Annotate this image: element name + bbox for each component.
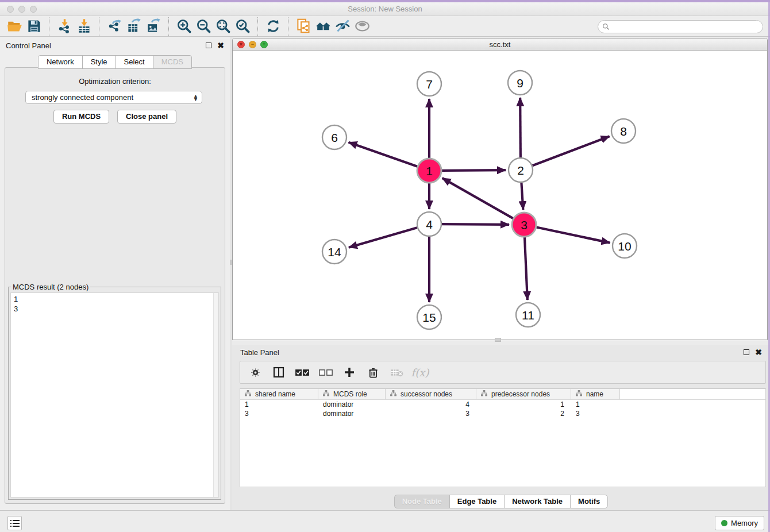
edge-1-6[interactable] <box>349 142 418 167</box>
edge-3-10[interactable] <box>537 228 610 243</box>
deselect-all-icon[interactable] <box>319 365 333 379</box>
mcds-result-list[interactable]: 13 <box>10 292 219 498</box>
network-minimize-icon[interactable]: − <box>249 41 256 48</box>
show-all-icon[interactable] <box>352 17 372 36</box>
result-scrollbar[interactable] <box>213 293 218 497</box>
delete-table-icon[interactable] <box>390 365 403 379</box>
close-panel-icon[interactable]: ✖ <box>217 43 224 48</box>
add-icon[interactable] <box>342 365 356 379</box>
graph-node-label: 11 <box>522 309 534 322</box>
table-tab-network-table[interactable]: Network Table <box>504 495 571 508</box>
control-tab-select[interactable]: Select <box>116 55 153 69</box>
task-history-button[interactable] <box>7 516 22 530</box>
table-cell[interactable]: 1 <box>476 400 571 409</box>
status-bar: Memory <box>0 510 770 532</box>
network-canvas[interactable]: 7968124314101511 <box>233 51 767 340</box>
export-image-icon[interactable] <box>144 17 163 36</box>
network-close-icon[interactable]: × <box>237 41 245 48</box>
float-table-panel-icon[interactable] <box>744 349 749 355</box>
list-icon <box>10 519 20 527</box>
main-toolbar <box>0 16 770 37</box>
zoom-selected-icon[interactable] <box>233 17 252 36</box>
import-network-icon[interactable] <box>55 17 74 36</box>
table-cell[interactable]: 3 <box>240 409 318 418</box>
network-graph[interactable]: 7968124314101511 <box>233 51 767 340</box>
float-panel-icon[interactable] <box>206 43 211 48</box>
table-row[interactable]: 1dominator411 <box>240 400 765 409</box>
graph-node-label: 9 <box>517 76 523 90</box>
column-header-successor-nodes[interactable]: successor nodes <box>386 389 476 399</box>
table-cell[interactable]: 1 <box>571 400 620 409</box>
close-panel-button[interactable]: Close panel <box>117 110 176 124</box>
hide-selected-icon[interactable] <box>333 17 352 36</box>
table-cell[interactable]: dominator <box>318 409 386 418</box>
function-builder-icon[interactable]: f(x) <box>413 365 427 379</box>
attribute-icon <box>245 390 251 398</box>
optimization-criterion-label: Optimization criterion: <box>0 77 230 86</box>
open-session-icon[interactable] <box>5 17 24 36</box>
network-view-window: × − + scc.txt 7968124314101511 <box>232 38 768 340</box>
first-neighbors-icon[interactable] <box>313 17 333 36</box>
column-header-predecessor-nodes[interactable]: predecessor nodes <box>476 389 571 399</box>
optimization-criterion-select[interactable]: strongly connected component ▲▼ <box>25 91 202 104</box>
close-table-panel-icon[interactable]: ✖ <box>755 349 762 355</box>
column-header-shared-name[interactable]: shared name <box>240 389 318 399</box>
table-cell[interactable]: 3 <box>386 409 476 418</box>
table-row[interactable]: 3dominator323 <box>240 409 765 418</box>
table-cell[interactable]: 3 <box>571 409 620 418</box>
edge-4-14[interactable] <box>349 228 417 248</box>
select-stepper-icon: ▲▼ <box>193 94 198 101</box>
table-panel: Table Panel ✖ <box>232 345 770 510</box>
minimize-window-icon[interactable] <box>18 6 25 13</box>
search-box[interactable] <box>598 20 763 33</box>
table-tab-edge-table[interactable]: Edge Table <box>449 495 505 508</box>
edge-3-11[interactable] <box>525 237 528 300</box>
control-panel-title: Control Panel <box>6 41 51 50</box>
network-window-titlebar[interactable]: × − + scc.txt <box>233 38 767 51</box>
control-tab-style[interactable]: Style <box>82 55 116 69</box>
save-session-icon[interactable] <box>24 17 44 36</box>
table-cell[interactable]: 2 <box>476 409 571 418</box>
select-all-icon[interactable] <box>295 365 309 379</box>
import-table-icon[interactable] <box>74 17 94 36</box>
gear-icon[interactable] <box>248 365 262 379</box>
edge-4-3[interactable] <box>442 224 509 225</box>
panel-splitter-horizontal[interactable] <box>232 340 770 345</box>
export-table-icon[interactable] <box>124 17 144 36</box>
table-panel-title: Table Panel <box>240 348 279 357</box>
run-mcds-button[interactable]: Run MCDS <box>53 110 109 124</box>
network-maximize-icon[interactable]: + <box>260 41 268 48</box>
refresh-icon[interactable] <box>263 17 283 36</box>
export-network-icon[interactable] <box>105 17 124 36</box>
control-tab-mcds[interactable]: MCDS <box>153 55 192 69</box>
table-cell[interactable]: dominator <box>318 400 386 409</box>
edge-2-9[interactable] <box>520 98 521 157</box>
close-window-icon[interactable] <box>7 6 14 13</box>
edge-2-8[interactable] <box>533 136 610 165</box>
search-input[interactable] <box>610 21 763 33</box>
window-title: Session: New Session <box>0 5 770 13</box>
node-table[interactable]: shared nameMCDS rolesuccessor nodesprede… <box>240 388 766 487</box>
control-tab-network[interactable]: Network <box>38 55 83 69</box>
splitter-grip[interactable] <box>495 338 501 342</box>
edge-1-2[interactable] <box>442 170 506 171</box>
table-tab-node-table[interactable]: Node Table <box>394 495 450 508</box>
window-controls[interactable] <box>7 6 37 13</box>
columns-icon[interactable] <box>272 365 286 379</box>
column-header-MCDS-role[interactable]: MCDS role <box>318 389 386 399</box>
delete-icon[interactable] <box>366 365 380 379</box>
zoom-fit-icon[interactable] <box>213 17 233 36</box>
zoom-in-icon[interactable] <box>174 17 194 36</box>
memory-button[interactable]: Memory <box>715 516 764 530</box>
control-panel-tabs: NetworkStyleSelectMCDS <box>0 55 230 69</box>
maximize-window-icon[interactable] <box>30 6 37 13</box>
clone-network-icon[interactable] <box>294 17 313 36</box>
column-header-name[interactable]: name <box>571 389 620 399</box>
attribute-icon <box>323 390 329 398</box>
edge-2-3[interactable] <box>521 183 523 210</box>
table-cell[interactable]: 1 <box>240 400 318 409</box>
edge-3-1[interactable] <box>442 178 513 218</box>
table-cell[interactable]: 4 <box>386 400 476 409</box>
table-tab-motifs[interactable]: Motifs <box>570 495 608 508</box>
zoom-out-icon[interactable] <box>194 17 213 36</box>
